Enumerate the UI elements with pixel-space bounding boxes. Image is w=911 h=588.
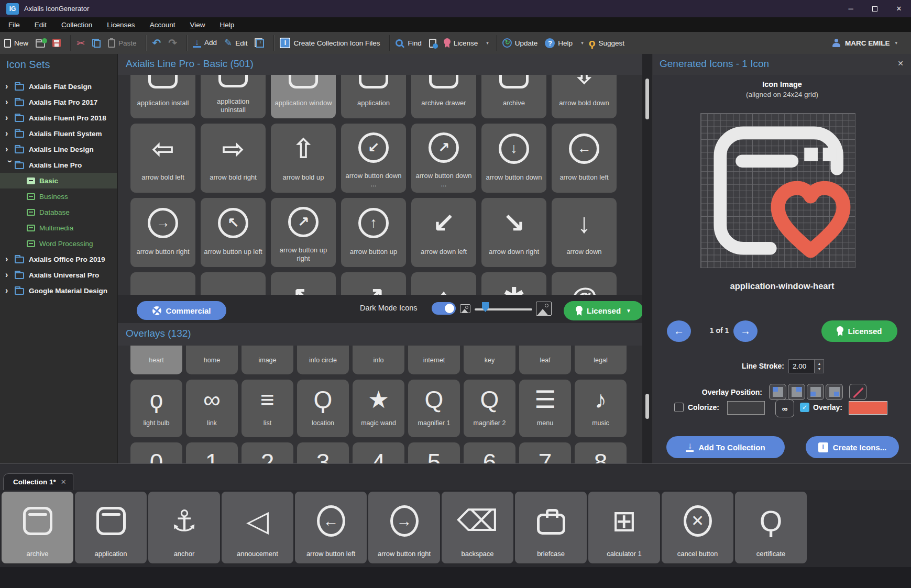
icon-tile[interactable]: ← xyxy=(130,272,195,295)
sidebar-item-axialis-flat-design[interactable]: ›Axialis Flat Design xyxy=(0,79,117,94)
commercial-button[interactable]: Commercial xyxy=(137,301,226,320)
collection-tab[interactable]: Collection 1* ✕ xyxy=(3,473,73,490)
overlay-checkbox[interactable] xyxy=(800,403,809,412)
find-button[interactable]: Find xyxy=(396,39,421,47)
create-collection-icon-files-button[interactable]: Create Collection Icon Files xyxy=(280,38,380,48)
scrollbar-track[interactable] xyxy=(642,54,652,463)
edit-button[interactable]: Edit xyxy=(224,37,247,49)
licensed-button[interactable]: Licensed xyxy=(821,320,897,342)
open-button[interactable] xyxy=(36,39,45,48)
overlay-info[interactable]: info xyxy=(353,346,404,374)
menu-help[interactable]: Help xyxy=(219,21,234,29)
sidebar-item-axialis-fluent-pro-2018[interactable]: ›Axialis Fluent Pro 2018 xyxy=(0,110,117,126)
icon-tile[interactable]: ↑ xyxy=(411,272,476,295)
overlay-music[interactable]: ♪music xyxy=(575,380,627,437)
collection-icon-backspace[interactable]: ⌫backspace xyxy=(442,492,513,563)
overlay-leaf[interactable]: leaf xyxy=(519,346,571,374)
maximize-button[interactable] xyxy=(863,0,887,17)
icon-arrow-button-up[interactable]: ↑arrow button up xyxy=(341,198,406,267)
update-button[interactable]: Update xyxy=(502,38,538,48)
menu-licenses[interactable]: Licenses xyxy=(107,21,135,29)
icon-archive[interactable]: archive xyxy=(481,75,546,118)
icon-arrow-button-down[interactable]: ↗arrow button down ... xyxy=(411,124,476,193)
overlay-color-swatch[interactable] xyxy=(849,401,887,415)
colorize-color-swatch[interactable] xyxy=(727,401,765,415)
menu-collection[interactable]: Collection xyxy=(61,21,92,29)
dark-mode-toggle[interactable] xyxy=(432,302,456,315)
sidebar-item-axialis-line-pro[interactable]: ›Axialis Line Pro xyxy=(0,157,117,173)
overlay-list[interactable]: ≡list xyxy=(242,380,293,437)
menu-edit[interactable]: Edit xyxy=(35,21,47,29)
overlay-info-circle[interactable]: info circle xyxy=(297,346,349,374)
icon-arrow-button-up-left[interactable]: ↖arrow button up left xyxy=(201,198,266,267)
sidebar-item-google-material-design[interactable]: ›Google Material Design xyxy=(0,283,117,298)
overlay-tile[interactable]: 0 xyxy=(130,442,182,463)
duplicate-icon-button[interactable] xyxy=(255,38,264,48)
sidebar-item-axialis-fluent-system[interactable]: ›Axialis Fluent System xyxy=(0,126,117,141)
license-dropdown-arrow[interactable]: ▾ xyxy=(486,40,489,46)
add-to-collection-button[interactable]: Add To Collection xyxy=(666,436,785,458)
sidebar-item-database[interactable]: Database xyxy=(0,204,117,220)
overlay-home[interactable]: home xyxy=(186,346,238,374)
icon-arrow-button-left[interactable]: ←arrow button left xyxy=(552,124,617,193)
previous-icon-button[interactable]: ← xyxy=(667,320,691,342)
icon-archive-drawer[interactable]: archive drawer xyxy=(411,75,476,118)
icon-arrow-bold-down[interactable]: ⇩arrow bold down xyxy=(552,75,617,118)
sidebar-item-multimedia[interactable]: Multimedia xyxy=(0,220,117,236)
chevron-right-icon[interactable]: › xyxy=(5,82,14,91)
overlay-tile[interactable]: 6 xyxy=(464,442,515,463)
overlay-position-top-right-button[interactable] xyxy=(788,384,805,400)
overlay-tile[interactable]: 8 xyxy=(575,442,627,463)
overlay-tile[interactable]: 4 xyxy=(353,442,404,463)
overlay-magic-wand[interactable]: ★magic wand xyxy=(353,380,404,437)
spin-up-icon[interactable]: ▲ xyxy=(818,361,821,367)
overlay-tile[interactable]: 5 xyxy=(408,442,460,463)
cut-button[interactable] xyxy=(76,37,85,49)
menu-account[interactable]: Account xyxy=(150,21,175,29)
icon-arrow-bold-up[interactable]: ⇧arrow bold up xyxy=(271,124,336,193)
icon-arrow-bold-left[interactable]: ⇦arrow bold left xyxy=(130,124,195,193)
suggest-button[interactable]: Suggest xyxy=(589,37,624,49)
sidebar-item-axialis-line-design[interactable]: ›Axialis Line Design xyxy=(0,141,117,157)
icon-application[interactable]: application xyxy=(341,75,406,118)
chevron-right-icon[interactable]: › xyxy=(5,129,14,138)
slider-thumb[interactable] xyxy=(482,302,489,312)
undo-button[interactable] xyxy=(152,37,161,49)
collection-icon-annoucement[interactable]: ◁annoucement xyxy=(222,492,293,563)
icon-arrow-button-down[interactable]: ↓arrow button down xyxy=(481,124,546,193)
sidebar-item-basic[interactable]: Basic xyxy=(0,173,117,188)
overlay-legal[interactable]: legal xyxy=(575,346,627,374)
account-menu[interactable]: MARC EMILE ▾ xyxy=(832,32,903,54)
next-icon-button[interactable]: → xyxy=(733,320,758,342)
collection-icon-arrow-button-left[interactable]: ←arrow button left xyxy=(295,492,367,563)
file-info-button[interactable] xyxy=(429,39,436,48)
overlay-position-top-left-button[interactable] xyxy=(769,384,786,400)
overlay-position-bottom-right-button[interactable] xyxy=(826,384,843,400)
icon-application-window[interactable]: application window xyxy=(271,75,336,118)
icon-arrow-down-right[interactable]: ↘arrow down right xyxy=(481,198,546,267)
icon-application-uninstall[interactable]: application uninstall xyxy=(201,75,266,118)
overlay-link[interactable]: ∞link xyxy=(186,380,238,437)
collection-icon-calculator-1[interactable]: ⊞calculator 1 xyxy=(588,492,660,563)
collection-icon-cancel-button[interactable]: ✕cancel button xyxy=(662,492,733,563)
overlay-tile[interactable]: 2 xyxy=(242,442,293,463)
overlay-tile[interactable]: 7 xyxy=(519,442,571,463)
overlay-internet[interactable]: internet xyxy=(408,346,460,374)
overlay-key[interactable]: key xyxy=(464,346,515,374)
sidebar-item-business[interactable]: Business xyxy=(0,188,117,204)
overlays-scrollbar-thumb[interactable] xyxy=(645,394,649,419)
overlay-tile[interactable]: 1 xyxy=(186,442,238,463)
icon-arrow-button-down[interactable]: ↙arrow button down ... xyxy=(341,124,406,193)
panel-close-icon[interactable]: ✕ xyxy=(897,59,904,68)
sidebar-item-word-processing[interactable]: Word Processing xyxy=(0,236,117,251)
licensed-dropdown-button[interactable]: Licensed ▼ xyxy=(564,301,642,320)
icon-application-install[interactable]: application install xyxy=(130,75,195,118)
line-stroke-input[interactable]: 2.00 xyxy=(788,359,815,373)
icon-arrow-down[interactable]: ↓arrow down xyxy=(552,198,617,267)
icon-arrow-bold-right[interactable]: ⇨arrow bold right xyxy=(201,124,266,193)
chevron-right-icon[interactable]: › xyxy=(5,145,14,153)
redo-button[interactable] xyxy=(168,37,177,49)
icon-arrow-button-up-right[interactable]: ↗arrow button up right xyxy=(271,198,336,267)
minimize-button[interactable]: ─ xyxy=(839,0,863,17)
icon-tile[interactable]: ↖ xyxy=(271,272,336,295)
